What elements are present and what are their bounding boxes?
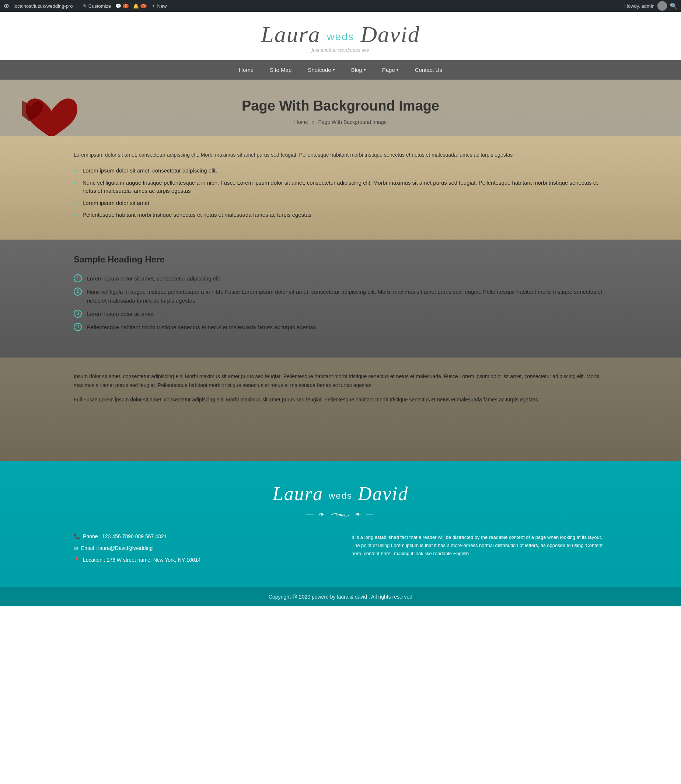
footer-description: It is a long established fact that a rea… (352, 533, 607, 558)
notifications-icon: 🔔 (133, 3, 139, 9)
nav-blog[interactable]: Blog ▾ (343, 60, 374, 80)
footer-logo: Laura weds David (0, 483, 681, 505)
ordered-list: 1 Lorem ipsum dolor sit amet, consectetu… (74, 272, 607, 334)
section1-inner: Lorem ipsum dolor sit amet, consectetur … (74, 151, 607, 221)
wp-logo-icon[interactable]: ⊕ (4, 2, 9, 10)
email-icon: ✉ (74, 545, 78, 551)
customize-link[interactable]: ✎ Customize (83, 3, 111, 9)
sample-heading: Sample Heading Here (74, 254, 607, 265)
content-section-3: Ipsum dolor sit amet, consectetur adipis… (0, 358, 681, 461)
list-item: Pellentesque habitant morbi tristique se… (74, 209, 607, 221)
bullet-list: Lorem ipsum dolor sit amet, consectetur … (74, 165, 607, 221)
site-header: Laura weds David just another wordpress … (0, 12, 681, 60)
content-para-1: Ipsum dolor sit amet, consectetur adipis… (74, 372, 607, 390)
breadcrumb-sep: » (312, 119, 315, 125)
title-part1: Laura (261, 22, 321, 47)
list-number: 2 (74, 288, 82, 296)
avatar-icon (657, 1, 667, 11)
intro-para: Lorem ipsum dolor sit amet, consectetur … (74, 151, 607, 159)
list-item: 1 Lorem ipsum dolor sit amet, consectetu… (74, 272, 607, 285)
weds-text: weds (327, 31, 354, 43)
nav-home[interactable]: Home (231, 60, 261, 80)
notifications-link[interactable]: 🔔 0 (133, 3, 146, 9)
nav-page[interactable]: Page ▾ (374, 60, 407, 80)
svg-point-0 (339, 514, 342, 516)
footer-title-part2: David (358, 483, 408, 504)
footer-weds-text: weds (329, 491, 352, 500)
breadcrumb-home[interactable]: Home (295, 119, 308, 125)
page-title: Page With Background Image (0, 98, 681, 114)
breadcrumb-current: Page With Background Image (318, 119, 386, 125)
shotcode-dropdown-arrow: ▾ (333, 67, 335, 72)
footer-desc-col: It is a long established fact that a rea… (352, 533, 607, 569)
footer-logo-text: Laura weds David (0, 483, 681, 505)
nav-contact-us[interactable]: Contact Us (407, 60, 450, 80)
content-section-2: Sample Heading Here 1 Lorem ipsum dolor … (0, 239, 681, 358)
site-footer: Laura weds David — ❧ ❧ — 📞 Phone : 123 4… (0, 461, 681, 607)
list-item: Lorem ipsum dolor sit amet, consectetur … (74, 165, 607, 177)
svg-point-1 (336, 514, 337, 516)
site-name-link[interactable]: localhost/luzuk/wedding-pro (14, 3, 73, 9)
howdy-text: Howdy, admin (625, 3, 654, 9)
customize-icon: ✎ (83, 3, 87, 9)
contact-location: 📍 Location : 176 W street name, New York… (74, 557, 329, 563)
hero-inner: Page With Background Image Home » Page W… (0, 98, 681, 125)
breadcrumb: Home » Page With Background Image (0, 119, 681, 125)
notifications-count: 0 (140, 4, 146, 8)
new-link[interactable]: ＋ New (151, 3, 167, 9)
phone-icon: 📞 (74, 533, 80, 539)
list-item: 2 Nunc vel ligula in augue tristique pel… (74, 285, 607, 307)
nav-sitemap[interactable]: Site Map (261, 60, 299, 80)
nav-shotcode[interactable]: Shotcode ▾ (299, 60, 343, 80)
location-icon: 📍 (74, 557, 80, 563)
blog-dropdown-arrow: ▾ (364, 67, 366, 72)
admin-bar: ⊕ localhost/luzuk/wedding-pro | ✎ Custom… (0, 0, 681, 12)
footer-contact-col: 📞 Phone : 123 456 7890 089 567 4321 ✉ Em… (74, 533, 329, 569)
contact-email: ✉ Email : laura@David@wedding (74, 545, 329, 551)
section3-inner: Ipsum dolor sit amet, consectetur adipis… (74, 372, 607, 404)
list-item: Lorem ipsum dolor sit amet (74, 197, 607, 209)
contact-phone: 📞 Phone : 123 456 7890 089 567 4321 (74, 533, 329, 539)
page-dropdown-arrow: ▾ (396, 67, 399, 72)
list-item: 4 Pellentesque habitant morbi tristique … (74, 321, 607, 334)
nav-container: Home Site Map Shotcode ▾ Blog ▾ Page ▾ C… (231, 60, 450, 80)
main-nav: Home Site Map Shotcode ▾ Blog ▾ Page ▾ C… (0, 60, 681, 80)
footer-ornament: — ❧ ❧ — (0, 510, 681, 519)
svg-point-2 (344, 514, 345, 516)
content-section-1: Lorem ipsum dolor sit amet, consectetur … (0, 136, 681, 239)
copyright-text: Copyright @ 2020 powerd by laura & david… (269, 594, 412, 600)
comments-icon: 💬 (116, 3, 121, 9)
site-name-text: localhost/luzuk/wedding-pro (14, 3, 73, 9)
content-para-2: Full Fusce Lorem ipsum dolor sit amet, c… (74, 396, 607, 404)
comments-link[interactable]: 💬 2 (116, 3, 128, 9)
list-number: 1 (74, 274, 82, 282)
site-title: Laura weds David (0, 23, 681, 46)
hearts-decoration (22, 94, 81, 136)
footer-bottom: Copyright @ 2020 powerd by laura & david… (0, 587, 681, 607)
footer-title-part1: Laura (273, 483, 323, 504)
section2-inner: Sample Heading Here 1 Lorem ipsum dolor … (74, 254, 607, 334)
list-item: 3 Lorem ipsum dolor sit amet (74, 307, 607, 321)
title-part2: David (360, 22, 420, 47)
list-number: 3 (74, 310, 82, 318)
plus-icon: ＋ (151, 3, 156, 9)
list-number: 4 (74, 323, 82, 331)
list-item: Nunc vel ligula in augue tristique pelle… (74, 177, 607, 197)
search-icon[interactable]: 🔍 (670, 3, 677, 10)
site-subtitle: just another wordpress site (0, 47, 681, 53)
page-hero: Page With Background Image Home » Page W… (0, 80, 681, 136)
comments-count: 2 (123, 4, 128, 8)
footer-inner: Laura weds David — ❧ ❧ — 📞 Phone : 123 4… (0, 483, 681, 607)
footer-columns: 📞 Phone : 123 456 7890 089 567 4321 ✉ Em… (0, 533, 681, 569)
footer-contact-list: 📞 Phone : 123 456 7890 089 567 4321 ✉ Em… (74, 533, 329, 563)
main-content: Lorem ipsum dolor sit amet, consectetur … (0, 136, 681, 461)
